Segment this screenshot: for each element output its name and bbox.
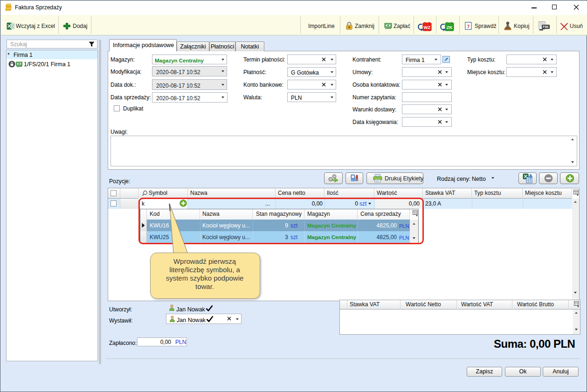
svg-text:FSK: FSK xyxy=(543,25,549,28)
svg-text:ZK: ZK xyxy=(447,25,453,30)
svg-text:WZ: WZ xyxy=(424,25,431,30)
svg-text:?: ? xyxy=(467,23,470,29)
